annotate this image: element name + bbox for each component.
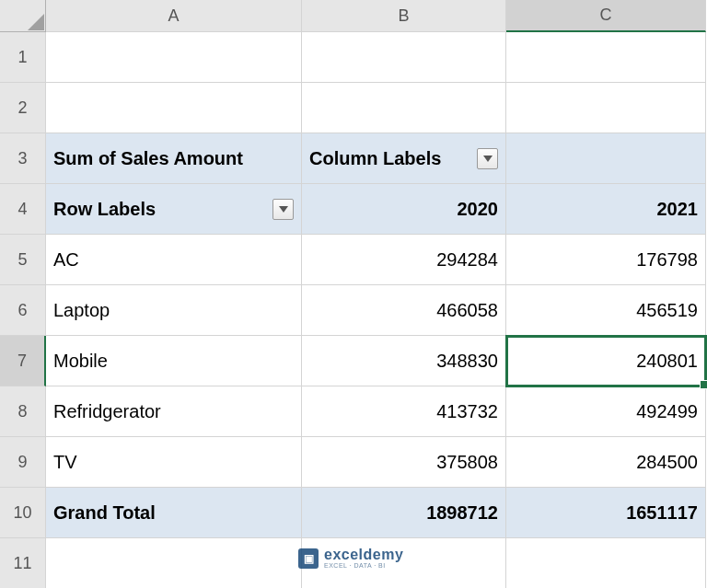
cell-B9[interactable]: 375808 [302,437,506,488]
year-2021-header[interactable]: 2021 [506,184,706,235]
col-header-B[interactable]: B [302,0,506,32]
cell-B6[interactable]: 466058 [302,285,506,336]
cell-C6[interactable]: 456519 [506,285,706,336]
cell-A11[interactable] [46,538,302,588]
cell-B1[interactable] [302,32,506,83]
cell-C1[interactable] [506,32,706,83]
row-header-1[interactable]: 1 [0,32,46,83]
select-all-corner[interactable] [0,0,46,32]
row-labels-dropdown[interactable] [272,199,294,220]
cell-C11[interactable] [506,538,706,588]
year-2020-header[interactable]: 2020 [302,184,506,235]
pivot-value-field[interactable]: Sum of Sales Amount [46,133,302,184]
cell-B8[interactable]: 413732 [302,386,506,437]
pivot-row-labels[interactable]: Row Labels [46,184,302,235]
spreadsheet-grid: A B C 1 2 3 Sum of Sales Amount Column L… [0,0,707,588]
cell-C5[interactable]: 176798 [506,235,706,285]
column-labels-text: Column Labels [309,148,471,169]
row-label-AC[interactable]: AC [46,235,302,285]
row-label-Refridgerator[interactable]: Refridgerator [46,386,302,437]
svg-marker-0 [483,156,493,162]
watermark-brand: exceldemy [324,548,403,562]
row-header-5[interactable]: 5 [0,235,46,285]
cell-A1[interactable] [46,32,302,83]
watermark: ▣ exceldemy EXCEL · DATA · BI [298,548,403,569]
col-header-A[interactable]: A [46,0,302,32]
svg-marker-1 [279,206,288,213]
row-label-TV[interactable]: TV [46,437,302,488]
row-header-7[interactable]: 7 [0,336,46,386]
chevron-down-icon [279,206,288,213]
row-label-Mobile[interactable]: Mobile [46,336,302,386]
col-header-C[interactable]: C [506,0,706,32]
row-header-10[interactable]: 10 [0,488,46,538]
column-labels-dropdown[interactable] [477,148,498,169]
pivot-column-labels[interactable]: Column Labels [302,133,506,184]
grand-total-2021[interactable]: 1651117 [506,488,706,538]
watermark-tagline: EXCEL · DATA · BI [324,562,403,569]
row-header-2[interactable]: 2 [0,83,46,133]
grand-total-label[interactable]: Grand Total [46,488,302,538]
cell-C3[interactable] [506,133,706,184]
row-labels-text: Row Labels [53,199,267,220]
row-label-Laptop[interactable]: Laptop [46,285,302,336]
cell-B2[interactable] [302,83,506,133]
row-header-3[interactable]: 3 [0,133,46,184]
cell-B7[interactable]: 348830 [302,336,506,386]
row-header-6[interactable]: 6 [0,285,46,336]
row-header-8[interactable]: 8 [0,386,46,437]
cell-B5[interactable]: 294284 [302,235,506,285]
watermark-logo-icon: ▣ [298,548,319,569]
row-header-4[interactable]: 4 [0,184,46,235]
grand-total-2020[interactable]: 1898712 [302,488,506,538]
cell-A2[interactable] [46,83,302,133]
cell-C2[interactable] [506,83,706,133]
cell-C8[interactable]: 492499 [506,386,706,437]
chevron-down-icon [483,156,493,162]
row-header-11[interactable]: 11 [0,538,46,588]
cell-C7[interactable]: 240801 [506,336,706,386]
cell-C9[interactable]: 284500 [506,437,706,488]
row-header-9[interactable]: 9 [0,437,46,488]
